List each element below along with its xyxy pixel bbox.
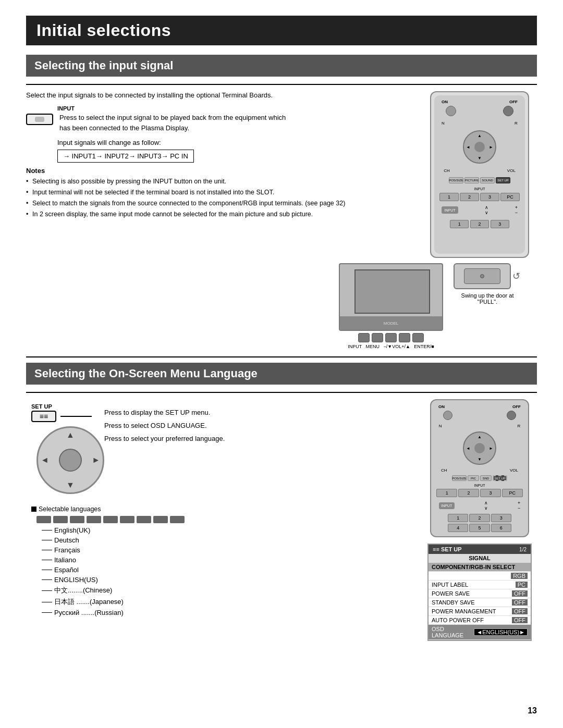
vol-arrows-b: + − bbox=[518, 500, 520, 511]
btn-3-bot[interactable]: 3 bbox=[491, 220, 509, 228]
dpad-left-b[interactable]: ◄ bbox=[466, 446, 470, 451]
remote-off-btn[interactable] bbox=[507, 411, 516, 420]
dpad-down[interactable]: ▼ bbox=[66, 480, 75, 490]
lang-label-9: Русский .......(Russian) bbox=[54, 609, 124, 616]
dpad-down-b[interactable]: ▼ bbox=[478, 457, 482, 462]
btn-pc-top[interactable]: PC bbox=[500, 193, 520, 201]
plasma-panel: MODEL bbox=[339, 263, 443, 331]
ch-arrows-b: ∧ ∨ bbox=[484, 500, 488, 511]
section1-heading: Selecting the input signal bbox=[34, 59, 529, 72]
lang-russian: Русский .......(Russian) bbox=[42, 609, 417, 616]
pull-door-area: ↺ Swing up the door at "PULL". bbox=[454, 263, 521, 305]
input-arrows-row: INPUT ∧ ∨ + − bbox=[442, 205, 518, 215]
remote-n-r: N R bbox=[439, 424, 521, 428]
menu-row-power-save: POWER SAVE OFF bbox=[429, 589, 531, 598]
btn-1-top[interactable]: 1 bbox=[439, 193, 459, 201]
num-4-b[interactable]: 4 bbox=[448, 524, 468, 532]
num-2-b[interactable]: 2 bbox=[469, 514, 489, 522]
panel-btn-4[interactable] bbox=[399, 333, 410, 342]
panel-btn-3[interactable] bbox=[385, 333, 397, 342]
lang-english-us: ENGLISH(US) bbox=[42, 576, 417, 584]
picture-btn[interactable]: PICTURE bbox=[464, 177, 479, 183]
input-btn-remote[interactable]: INPUT bbox=[442, 206, 458, 214]
section2-left: SET UP ≡≡ ▲ ▼ bbox=[26, 399, 422, 641]
btn-1-bot[interactable]: 1 bbox=[450, 220, 469, 228]
setup-menu-page: 1/2 bbox=[519, 547, 527, 552]
btn-1-bt[interactable]: 1 bbox=[436, 489, 457, 497]
dpad-up-b[interactable]: ▲ bbox=[478, 435, 482, 439]
swing-text: Swing up the door at "PULL". bbox=[454, 292, 521, 305]
on-button[interactable] bbox=[446, 106, 456, 116]
dpad-right[interactable]: ► bbox=[92, 455, 100, 465]
off-button[interactable] bbox=[503, 106, 513, 116]
input-label-remote-b: INPUT bbox=[474, 484, 485, 487]
setup-area: SET UP ≡≡ ▲ ▼ bbox=[26, 403, 417, 498]
dpad-up[interactable]: ▲ bbox=[66, 430, 75, 440]
dpad-left-arrow: ◄ bbox=[466, 145, 470, 150]
menu-row-power-mgmt: POWER MANAGEMENT OFF bbox=[429, 607, 531, 616]
notes-section: Notes Selecting is also possible by pres… bbox=[26, 167, 412, 219]
ch-down-b[interactable]: ∨ bbox=[484, 505, 488, 511]
pos-size-btn-b[interactable]: POS/SIZE bbox=[452, 475, 467, 481]
snd-btn-b[interactable]: SND bbox=[480, 475, 492, 481]
dpad-left[interactable]: ◄ bbox=[41, 455, 49, 465]
vol-minus[interactable]: − bbox=[515, 210, 518, 215]
vol-label-b: VOL bbox=[510, 468, 518, 473]
dpad-right-arrow: ► bbox=[489, 145, 493, 150]
btn-pc-bt[interactable]: PC bbox=[502, 489, 523, 497]
vol-plus[interactable]: + bbox=[515, 205, 518, 210]
setup-button-icon[interactable]: ≡≡ bbox=[31, 411, 56, 422]
remote-off-label: OFF bbox=[512, 404, 521, 409]
page-number: 13 bbox=[528, 706, 537, 715]
lang-label-2: Deutsch bbox=[54, 536, 79, 544]
input-button-icon bbox=[26, 114, 53, 125]
lang-english-uk: English(UK) bbox=[42, 526, 417, 534]
btn-3-top[interactable]: 3 bbox=[480, 193, 499, 201]
on-label: ON bbox=[442, 100, 448, 104]
lang-label-3: Français bbox=[54, 546, 80, 554]
notes-list: Selecting is also possible by pressing t… bbox=[26, 177, 412, 219]
setup-btn-remote-b[interactable]: SET UP bbox=[493, 475, 507, 481]
vol-plus-b[interactable]: + bbox=[518, 500, 520, 505]
setup-btn-remote-top[interactable]: SET UP bbox=[496, 177, 510, 183]
menu-rgb-value: RGB bbox=[511, 573, 528, 579]
num-5-b[interactable]: 5 bbox=[469, 524, 489, 532]
num-1-b[interactable]: 1 bbox=[448, 514, 468, 522]
lang-label-6: ENGLISH(US) bbox=[54, 576, 98, 584]
note-3: Select to match the signals from the sou… bbox=[26, 199, 412, 208]
lang-bar-8 bbox=[153, 516, 168, 523]
ch-up[interactable]: ∧ bbox=[485, 205, 488, 210]
input-btn-b[interactable]: INPUT bbox=[439, 502, 455, 509]
pos-size-btn[interactable]: POS/SIZE bbox=[449, 177, 463, 183]
btn-2-bt[interactable]: 2 bbox=[458, 489, 479, 497]
ch-down[interactable]: ∨ bbox=[485, 210, 488, 215]
btn-3-bt[interactable]: 3 bbox=[480, 489, 501, 497]
num-3-b[interactable]: 3 bbox=[491, 514, 511, 522]
menu-power-save-label: POWER SAVE bbox=[432, 590, 470, 597]
menu-row-signal: SIGNAL bbox=[429, 554, 531, 563]
btn-2-top[interactable]: 2 bbox=[460, 193, 479, 201]
lang-label-8: 日本語 .......(Japanese) bbox=[54, 597, 124, 607]
section1-right: ON OFF N R ▲ bbox=[422, 91, 537, 258]
panel-btn-2[interactable] bbox=[372, 333, 383, 342]
menu-row-component: COMPONENT/RGB-IN SELECT bbox=[429, 563, 531, 572]
panel-btn-1[interactable] bbox=[358, 333, 370, 342]
btn-2-bot[interactable]: 2 bbox=[470, 220, 489, 228]
feature-btns-bottom: POS/SIZE PIC SND SET UP bbox=[436, 475, 522, 481]
num-6-b[interactable]: 6 bbox=[491, 524, 511, 532]
main-title-box: Initial selections bbox=[26, 16, 537, 45]
lang-line-7 bbox=[42, 590, 52, 591]
menu-standby-save-label: STANDBY SAVE bbox=[432, 599, 475, 606]
menu-auto-power-label: AUTO POWER OFF bbox=[432, 617, 484, 623]
input-row: Press to select the input signal to be p… bbox=[26, 113, 412, 133]
dpad-right-b[interactable]: ► bbox=[489, 446, 493, 451]
pic-btn-b[interactable]: PIC bbox=[468, 475, 479, 481]
lang-italiano: Italiano bbox=[42, 556, 417, 564]
sound-btn[interactable]: SOUND bbox=[480, 177, 495, 183]
panel-btn-5[interactable] bbox=[412, 333, 424, 342]
vol-minus-b[interactable]: − bbox=[518, 505, 520, 511]
remote-on-btn[interactable] bbox=[443, 411, 452, 420]
ch-up-b[interactable]: ∧ bbox=[484, 500, 488, 505]
on-off-labels: ON OFF bbox=[437, 100, 522, 104]
input-label: INPUT bbox=[57, 105, 412, 112]
